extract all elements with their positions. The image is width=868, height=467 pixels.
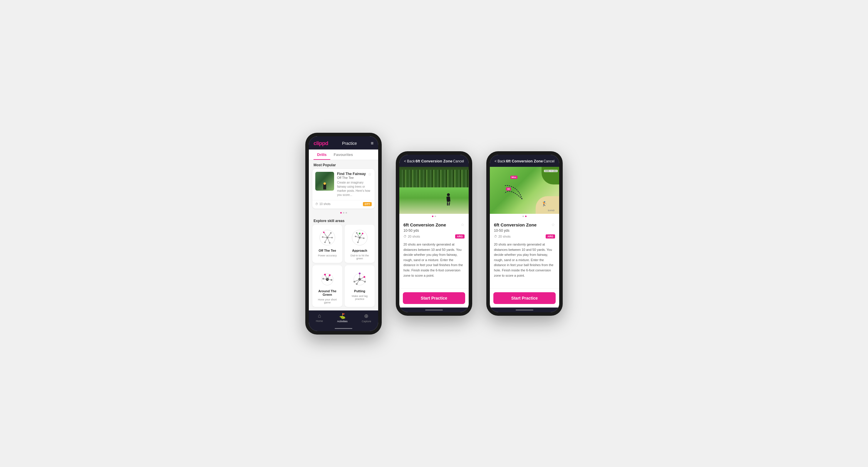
favourite-star-icon[interactable]: ☆ [368, 172, 372, 180]
featured-desc: Create an imaginary fairway using trees … [337, 180, 372, 197]
nav-home-label: Home [316, 320, 323, 323]
drill-footer: Start Practice [399, 289, 469, 307]
putting-name: Putting [354, 289, 365, 293]
atg-name: Around The Green [315, 289, 339, 296]
drill-favourite-icon[interactable]: ☆ [461, 222, 465, 227]
svg-point-12 [324, 241, 326, 243]
back-button-3[interactable]: < Back [495, 159, 505, 163]
drill-content: 6ft Conversion Zone ☆ 10-50 yds ⏱ 20 sho… [399, 218, 469, 289]
phone3-header-title: 6ft Conversion Zone [506, 159, 543, 163]
clock-icon: ⏱ [315, 202, 318, 206]
activities-icon: ⛳ [339, 313, 346, 319]
most-popular-label: Most Popular [309, 160, 378, 169]
putting-desc: Make and lag practice [348, 295, 372, 300]
drill-map: Hit Miss FAIRWAY ROUGH SAND 🏌️ [490, 167, 559, 214]
featured-footer: ⏱ 10 shots OTT [312, 200, 375, 208]
nav-home[interactable]: ⌂ Home [316, 313, 323, 323]
skill-card-approach[interactable]: Approach Dial-in to hit the green [345, 225, 375, 263]
svg-line-20 [358, 238, 360, 242]
cancel-button[interactable]: Cancel [453, 159, 464, 163]
drill-photo [399, 167, 469, 214]
atg-icon [318, 269, 337, 288]
svg-point-36 [331, 279, 332, 281]
home-indicator-2 [399, 307, 469, 312]
back-button[interactable]: < Back [404, 159, 415, 163]
tabs-bar: Drills Favourites [309, 149, 378, 160]
golfer-figure [446, 193, 451, 205]
nav-activities[interactable]: ⛳ Activities [337, 313, 348, 323]
drill-content-3: 6ft Conversion Zone ☆ 10-50 yds ⏱ 20 sho… [490, 218, 559, 289]
ott-tag: OTT [363, 202, 372, 206]
drill-shots-row: ⏱ 20 shots ARG [403, 234, 465, 238]
nav-capture-label: Capture [362, 320, 371, 323]
phone3-carousel-dots [490, 214, 559, 218]
svg-point-10 [322, 236, 323, 238]
drill-range: 10-50 yds [403, 229, 465, 233]
drill-description: 20 shots are randomly generated at dista… [403, 242, 465, 278]
rough-label: ROUGH [550, 170, 558, 172]
skill-card-putting[interactable]: Putting Make and lag practice [345, 265, 375, 307]
drill-name-3: 6ft Conversion Zone [494, 222, 536, 227]
carousel-dots [309, 211, 378, 216]
svg-point-47 [356, 283, 358, 285]
photo-trees [399, 170, 469, 188]
start-practice-button-3[interactable]: Start Practice [493, 292, 556, 304]
dot-p3-1 [522, 215, 524, 217]
drill-description-3: 20 shots are randomly generated at dista… [494, 242, 555, 278]
map-sand [536, 196, 559, 214]
ott-icon [318, 228, 337, 247]
capture-icon: ⊕ [364, 313, 369, 319]
phone-3: < Back 6ft Conversion Zone Cancel Hit Mi… [486, 151, 563, 316]
map-golfer-figure: 🏌️ [541, 201, 548, 206]
svg-point-22 [356, 232, 358, 234]
featured-info: Find The Fairway Off The Tee ☆ Create an… [337, 172, 372, 197]
miss-marker: Miss [510, 176, 518, 179]
skill-card-ott[interactable]: Off The Tee Power accuracy [312, 225, 342, 263]
svg-point-44 [359, 273, 361, 274]
shots-count: ⏱ 10 shots [315, 202, 331, 206]
home-icon: ⌂ [318, 313, 321, 319]
phone2-carousel-dots [399, 214, 469, 218]
phone3-header: < Back 6ft Conversion Zone Cancel [490, 155, 559, 167]
svg-point-46 [364, 281, 366, 282]
dot-2 [343, 212, 344, 213]
explore-label: Explore skill areas [309, 216, 378, 225]
menu-icon[interactable]: ≡ [371, 141, 373, 146]
skill-card-atg[interactable]: Around The Green Hone your short game [312, 265, 342, 307]
drill-header-row-3: 6ft Conversion Zone ☆ [494, 222, 555, 227]
svg-point-45 [364, 276, 365, 278]
svg-point-25 [363, 237, 365, 239]
clock-icon-2: ⏱ [403, 235, 407, 238]
phone-1: clippd Practice ≡ Drills Favourites Most… [305, 133, 382, 335]
dot-3 [346, 212, 347, 213]
home-indicator-3 [490, 307, 559, 312]
start-practice-button[interactable]: Start Practice [403, 292, 465, 304]
featured-title: Find The Fairway [337, 172, 366, 176]
drill-header-row: 6ft Conversion Zone ☆ [403, 222, 465, 227]
shot-path-svg [499, 181, 534, 202]
home-bar-2 [425, 309, 443, 310]
drills-content: Most Popular Find The Fairway Off The Te… [309, 160, 378, 310]
drill-shots-3: ⏱ 20 shots [494, 235, 511, 238]
atg-desc: Hone your short game [315, 298, 339, 304]
nav-title: Practice [342, 141, 357, 146]
nav-capture[interactable]: ⊕ Capture [362, 313, 371, 323]
svg-point-24 [355, 236, 356, 237]
svg-point-33 [324, 274, 326, 275]
tab-favourites[interactable]: Favourites [330, 149, 357, 160]
arg-tag: ARG [455, 234, 465, 238]
tab-drills[interactable]: Drills [313, 149, 330, 160]
putting-icon [350, 269, 369, 288]
dot-p3-2 [525, 215, 527, 217]
svg-point-48 [353, 281, 355, 282]
home-indicator [309, 326, 378, 331]
drill-favourite-icon-3[interactable]: ☆ [551, 222, 555, 227]
approach-icon [350, 228, 369, 247]
home-bar [335, 328, 352, 329]
map-rough [541, 167, 559, 185]
svg-point-21 [359, 233, 361, 234]
drill-shots-row-3: ⏱ 20 shots ARG [494, 234, 555, 238]
scene: clippd Practice ≡ Drills Favourites Most… [293, 121, 575, 346]
featured-drill-card[interactable]: Find The Fairway Off The Tee ☆ Create an… [312, 169, 375, 208]
cancel-button-3[interactable]: Cancel [544, 159, 555, 163]
